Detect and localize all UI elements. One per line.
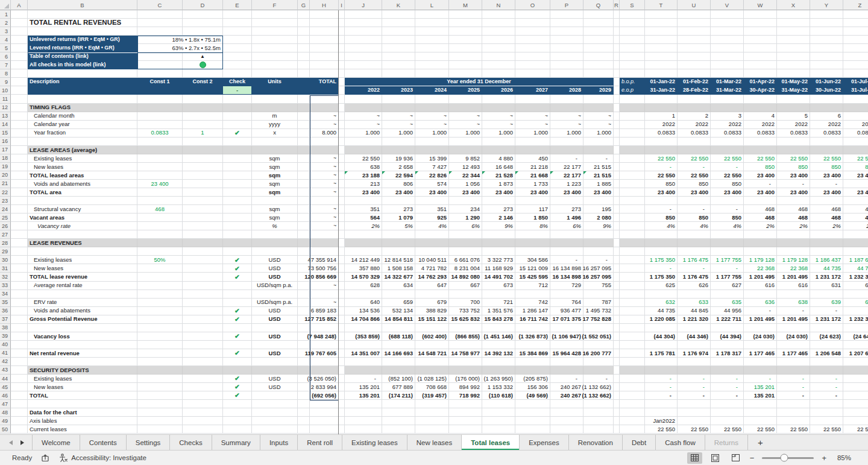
row-header-8[interactable]: 8: [0, 69, 11, 78]
cell-M13[interactable]: ~: [449, 112, 482, 121]
cell-W14[interactable]: 2022: [744, 121, 777, 129]
cell-N22[interactable]: 23 400: [482, 188, 515, 197]
cell-X40[interactable]: [777, 341, 810, 349]
cell-L3[interactable]: [415, 27, 449, 36]
row-header-39[interactable]: 39: [0, 332, 11, 341]
cell-C35[interactable]: [137, 299, 183, 307]
cell-I3[interactable]: [339, 27, 345, 36]
cell-H1[interactable]: [310, 10, 339, 19]
cell-W31[interactable]: 22 368: [744, 264, 777, 273]
cell-Q48[interactable]: [583, 408, 614, 417]
cell-B28[interactable]: LEASE REVENUES: [28, 239, 137, 247]
cell-E38[interactable]: [223, 324, 252, 332]
cell-B30[interactable]: Existing leases: [28, 256, 137, 264]
cell-Q33[interactable]: 755: [583, 282, 614, 290]
cell-T50[interactable]: 22 550: [645, 425, 678, 434]
cell-B31[interactable]: New leases: [28, 264, 137, 273]
cell-N33[interactable]: 673: [482, 282, 515, 290]
cell-A7[interactable]: [11, 61, 28, 69]
row-header-27[interactable]: 27: [0, 230, 11, 239]
cell-Z22[interactable]: 23 400: [843, 188, 868, 197]
row-header-46[interactable]: 46: [0, 391, 11, 400]
cell-G23[interactable]: [298, 197, 310, 205]
cell-M5[interactable]: [449, 44, 482, 52]
cell-Z6[interactable]: [843, 52, 868, 61]
cell-O1[interactable]: [515, 10, 550, 19]
cell-M43[interactable]: [449, 366, 482, 375]
cell-J18[interactable]: 22 550: [345, 154, 382, 163]
cell-Z19[interactable]: 850: [843, 163, 868, 171]
row-header-14[interactable]: 14: [0, 121, 11, 129]
cell-I40[interactable]: [339, 341, 345, 349]
cell-Q38[interactable]: [583, 324, 614, 332]
cell-I1[interactable]: [339, 10, 345, 19]
cell-D45[interactable]: [183, 383, 223, 391]
cell-U32[interactable]: 1 176 475: [678, 273, 711, 281]
cell-M8[interactable]: [449, 69, 482, 78]
cell-Z23[interactable]: [843, 197, 868, 205]
cell-X1[interactable]: [777, 10, 810, 19]
cell-X16[interactable]: [777, 138, 810, 146]
cell-U37[interactable]: 1 221 320: [678, 315, 711, 324]
row-header-42[interactable]: 42: [0, 358, 11, 366]
cell-D1[interactable]: [183, 10, 223, 19]
cell-Y38[interactable]: [810, 324, 843, 332]
cell-O14[interactable]: ~: [515, 121, 550, 129]
cell-C37[interactable]: [137, 315, 183, 324]
cell-R48[interactable]: [614, 408, 620, 417]
cell-R22[interactable]: [614, 188, 620, 197]
cell-B24[interactable]: Structural vacancy: [28, 205, 137, 214]
cell-U4[interactable]: [678, 36, 711, 44]
cell-U39[interactable]: (44 346): [678, 332, 711, 341]
cell-S22[interactable]: [620, 188, 645, 197]
cell-J9[interactable]: Year ended 31 December: [345, 78, 614, 86]
cell-P20[interactable]: 22 177: [550, 171, 583, 180]
cell-D14[interactable]: [183, 121, 223, 129]
cell-C38[interactable]: [137, 324, 183, 332]
cell-U29[interactable]: [678, 247, 711, 256]
cell-W37[interactable]: 1 201 495: [744, 315, 777, 324]
cell-Y25[interactable]: 468: [810, 214, 843, 222]
cell-C17[interactable]: [137, 146, 183, 154]
cell-X13[interactable]: 5: [777, 112, 810, 121]
cell-U2[interactable]: [678, 19, 711, 27]
cell-V21[interactable]: 850: [711, 180, 744, 188]
cell-F2[interactable]: [252, 19, 298, 27]
cell-Y7[interactable]: [810, 61, 843, 69]
cell-U42[interactable]: [678, 358, 711, 366]
cell-Z5[interactable]: [843, 44, 868, 52]
cell-Q24[interactable]: 195: [583, 205, 614, 214]
row-header-22[interactable]: 22: [0, 188, 11, 197]
cell-H31[interactable]: 73 500 756: [310, 264, 339, 273]
cell-R44[interactable]: [614, 375, 620, 383]
cell-W12[interactable]: [744, 104, 777, 112]
cell-G4[interactable]: [298, 36, 310, 44]
sheet-tab-inputs[interactable]: Inputs: [260, 435, 298, 450]
cell-H3[interactable]: [310, 27, 339, 36]
cell-W34[interactable]: [744, 290, 777, 299]
cell-W45[interactable]: 135 201: [744, 383, 777, 391]
cell-G17[interactable]: [298, 146, 310, 154]
cell-Z18[interactable]: 22 550: [843, 154, 868, 163]
cell-U27[interactable]: [678, 230, 711, 239]
cell-B9[interactable]: Description: [28, 78, 137, 86]
cell-J38[interactable]: [345, 324, 382, 332]
col-header-R[interactable]: R: [614, 0, 620, 10]
cell-I50[interactable]: [339, 425, 345, 434]
cell-V30[interactable]: 1 177 755: [711, 256, 744, 264]
cell-I43[interactable]: [339, 366, 345, 375]
cell-N49[interactable]: [482, 417, 515, 425]
cell-A25[interactable]: [11, 214, 28, 222]
cell-L13[interactable]: ~: [415, 112, 449, 121]
cell-I24[interactable]: [339, 205, 345, 214]
cell-V39[interactable]: (44 394): [711, 332, 744, 341]
cell-G7[interactable]: [298, 61, 310, 69]
cell-W44[interactable]: -: [744, 375, 777, 383]
cell-I6[interactable]: [339, 52, 345, 61]
cell-O50[interactable]: [515, 425, 550, 434]
cell-S36[interactable]: [620, 307, 645, 315]
cell-E5[interactable]: [223, 44, 252, 52]
cell-F29[interactable]: [252, 247, 298, 256]
cell-S13[interactable]: [620, 112, 645, 121]
cell-V17[interactable]: [711, 146, 744, 154]
